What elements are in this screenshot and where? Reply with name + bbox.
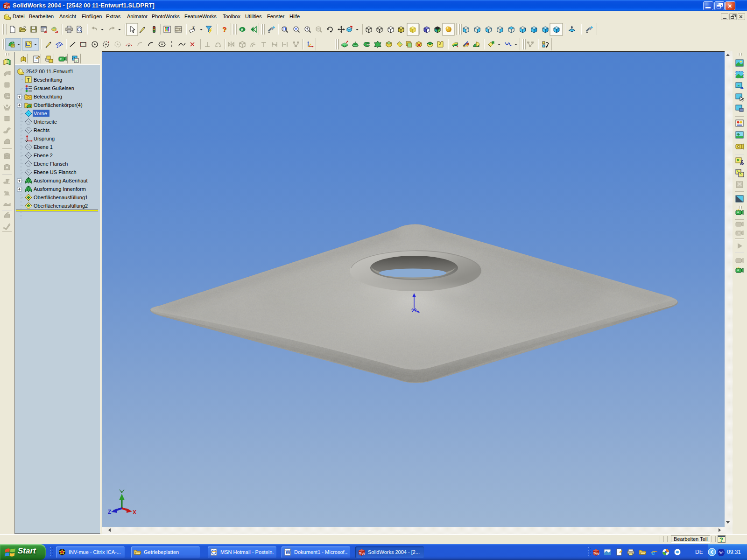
svg-text:Vorne: Vorne [34, 111, 47, 116]
svg-text:Ausformung Innenform: Ausformung Innenform [34, 186, 86, 192]
svg-text:Ebene 1: Ebene 1 [34, 144, 53, 150]
svg-text:Beschriftung: Beschriftung [34, 77, 62, 83]
svg-text:Ursprung: Ursprung [34, 136, 55, 141]
svg-text:e: e [241, 27, 244, 32]
svg-text:X: X [133, 509, 136, 516]
svg-text:Ebene Flansch: Ebene Flansch [34, 161, 68, 167]
svg-text:W: W [7, 5, 10, 9]
svg-text:T: T [27, 77, 30, 83]
svg-text:Graues Gußeisen: Graues Gußeisen [34, 85, 74, 91]
svg-text:?: ? [222, 25, 226, 33]
svg-text:Beleuchtung: Beleuchtung [34, 94, 62, 99]
svg-text:Z: Z [108, 509, 111, 515]
svg-text:W: W [286, 549, 291, 555]
svg-text:Unterseite: Unterseite [34, 119, 57, 125]
svg-text:Oberflächenausfüllung2: Oberflächenausfüllung2 [34, 203, 88, 209]
svg-text:2542 00 11-Entwurf1: 2542 00 11-Entwurf1 [26, 69, 73, 74]
svg-text:W: W [362, 552, 366, 556]
svg-text:Rechts: Rechts [34, 127, 50, 133]
svg-text:Ebene US Flansch: Ebene US Flansch [34, 169, 77, 175]
svg-text:Oberflächenkörper(4): Oberflächenkörper(4) [34, 102, 83, 108]
svg-text:Σ: Σ [192, 26, 195, 30]
svg-text:Ausformung Außenhaut: Ausformung Außenhaut [34, 178, 88, 183]
svg-text:Ebene 2: Ebene 2 [34, 153, 53, 158]
svg-text:W: W [596, 552, 600, 556]
svg-text:Oberflächenausfüllung1: Oberflächenausfüllung1 [34, 195, 88, 200]
